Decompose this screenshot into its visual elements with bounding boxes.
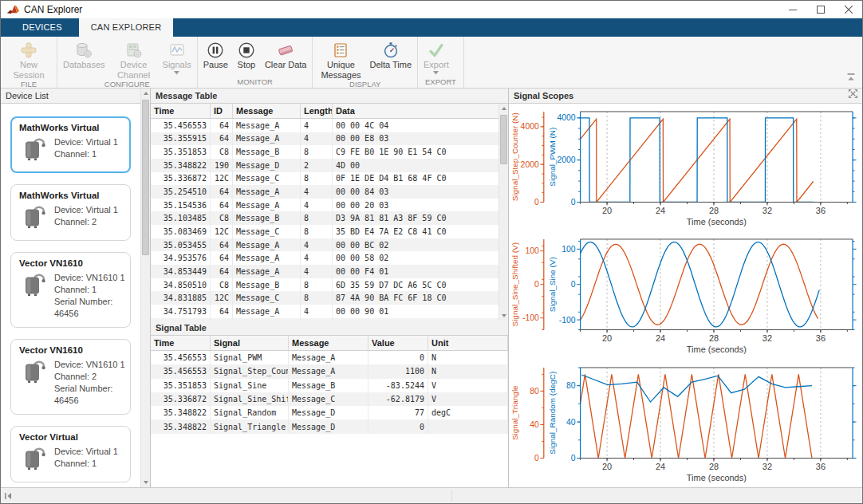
table-cell: Message_A <box>233 238 301 252</box>
toolbar-button-label: Delta Time <box>369 60 412 70</box>
svg-text:28: 28 <box>709 206 719 215</box>
inner-y-axis-label: Signal_Random (degC) <box>548 371 557 454</box>
toolbar-button-export[interactable]: Export <box>420 38 452 77</box>
table-row: 35.456553Signal_PWMMessage_A0N <box>151 351 508 364</box>
toolbar-button-label: Signals <box>163 60 191 70</box>
scrollbar-thumb[interactable] <box>500 115 507 164</box>
tab-can-explorer[interactable]: CAN EXPLORER <box>79 18 174 37</box>
toolbar-button-stop[interactable]: Stop <box>231 38 262 77</box>
device-card-mathworks-virtual-channel-1[interactable]: MathWorks VirtualDevice: Virtual 1Channe… <box>10 116 131 173</box>
table-cell: 87 4A 90 BA FC 6F 18 C0 <box>333 291 508 305</box>
table-cell: Message_A <box>233 251 301 265</box>
scroll-down-icon[interactable] <box>141 478 150 487</box>
table-row: 35.35591564Message_A400 00 E8 03 <box>151 132 508 146</box>
table-cell: Message_A <box>233 119 301 132</box>
scrollbar-thumb[interactable] <box>142 100 149 255</box>
device-details: Device: Virtual 1Channel: 1 <box>54 136 118 165</box>
table-cell: 00 00 BC 02 <box>333 238 508 252</box>
scope-plot-3: 2024283236Time (seconds)04080Signal_Rand… <box>509 360 862 487</box>
table-cell: 00 00 E8 03 <box>333 132 508 146</box>
series-signal-pwm <box>581 118 814 203</box>
device-list-scrollbar[interactable] <box>140 89 150 487</box>
toolbar-button-clear-data[interactable]: Clear Data <box>262 38 310 77</box>
toolbar-button-label: New Session <box>6 60 51 80</box>
device-icon <box>22 271 46 320</box>
table-cell: -62.8179 <box>368 392 428 406</box>
scroll-up-icon[interactable] <box>499 104 508 113</box>
device-card-vector-vn1610-channel-2[interactable]: Vector VN1610Device: VN1610 1Channel: 2S… <box>10 339 131 415</box>
toolbar-button-delta-time[interactable]: Delta Time <box>366 38 415 80</box>
signal-table-column-headers: TimeSignalMessageValueUnit <box>151 336 508 351</box>
toolbar-button-label: Pause <box>203 60 228 70</box>
column-header-time[interactable]: Time <box>151 104 211 118</box>
scope-plot-container: 2024283236Time (seconds)-1000100Signal_S… <box>509 231 862 359</box>
minimize-button[interactable] <box>778 1 806 18</box>
matlab-logo-icon <box>7 4 19 15</box>
table-row: 34.850510C8Message_B86D 35 59 D7 DC A6 5… <box>151 278 508 292</box>
svg-text:80: 80 <box>530 387 539 396</box>
scope-plot-1: 2024283236Time (seconds)020004000Signal_… <box>509 104 862 231</box>
table-cell: Message_D <box>233 159 301 172</box>
toolstrip-section-label: DISPLAY <box>315 80 415 90</box>
table-cell: 35.351853 <box>151 379 211 392</box>
column-header-message[interactable]: Message <box>233 104 301 118</box>
statusbar <box>1 487 862 503</box>
message-table-scrollbar[interactable] <box>498 104 508 321</box>
toolbar-button-pause[interactable]: Pause <box>200 38 231 77</box>
toolbar-button-label: Unique Messages <box>318 60 363 80</box>
table-cell: Message_D <box>289 419 368 433</box>
scroll-down-icon[interactable] <box>499 311 508 321</box>
table-cell: 35.254510 <box>151 185 211 199</box>
column-header-value[interactable]: Value <box>368 336 428 350</box>
scroll-up-icon[interactable] <box>141 89 150 98</box>
column-header-length[interactable]: Length <box>301 104 333 118</box>
close-button[interactable] <box>834 1 862 18</box>
column-header-signal[interactable]: Signal <box>211 336 289 350</box>
series-signal-triangle <box>581 374 812 458</box>
table-row: 35.08346912CMessage_C835 BD E4 7A E2 C8 … <box>151 225 508 238</box>
table-cell: D3 9A 81 81 A3 8F 59 C0 <box>333 211 508 225</box>
x-axis-label: Time (seconds) <box>687 473 747 482</box>
table-cell: Message_A <box>233 265 301 278</box>
device-card-vector-vn1610-channel-1[interactable]: Vector VN1610Device: VN1610 1Channel: 1S… <box>10 252 131 328</box>
toolstrip-group-configure: DatabasesDevice ChannelSignalsCONFIGURE <box>57 37 198 88</box>
column-header-data[interactable]: Data <box>333 104 508 118</box>
svg-text:2000: 2000 <box>557 156 575 164</box>
collapse-toolstrip-button[interactable] <box>846 70 856 85</box>
table-row: 35.45655364Message_A400 00 4C 04 <box>151 119 508 132</box>
device-card-vector-virtual-channel-1[interactable]: Vector VirtualDevice: Virtual 1Channel: … <box>10 426 131 482</box>
table-cell: 0 <box>368 419 428 433</box>
svg-text:36: 36 <box>816 206 826 215</box>
table-cell: 34.953576 <box>151 251 211 265</box>
toolbar-button-signals[interactable]: Signals <box>160 38 195 80</box>
table-cell: 00 00 58 02 <box>333 251 508 265</box>
maximize-button[interactable] <box>806 1 834 18</box>
toolbar-button-unique-messages[interactable]: Unique Messages <box>315 38 366 80</box>
svg-text:100: 100 <box>525 246 539 255</box>
tab-devices[interactable]: DEVICES <box>10 18 74 37</box>
device-name: MathWorks Virtual <box>19 191 125 200</box>
databases-icon <box>75 41 93 60</box>
table-cell: Message_A <box>233 199 301 212</box>
table-row: 35.351853Signal_SineMessage_B-83.5244V <box>151 379 508 392</box>
svg-text:40: 40 <box>530 420 539 429</box>
column-header-time[interactable]: Time <box>151 336 211 350</box>
table-cell: 35.456553 <box>151 351 211 364</box>
table-cell: Message_A <box>289 351 368 364</box>
toolbar-button-new-session[interactable]: New Session <box>3 38 54 80</box>
table-cell: 34.651806 <box>151 318 211 321</box>
column-header-id[interactable]: ID <box>211 104 233 118</box>
table-cell: 64 <box>211 251 233 265</box>
device-card-mathworks-virtual-channel-2[interactable]: MathWorks VirtualDevice: Virtual 1Channe… <box>10 184 131 241</box>
device-details: Device: VN1610 1Channel: 2Serial Number:… <box>54 358 125 407</box>
toolbar-button-databases[interactable]: Databases <box>60 38 108 80</box>
signal-scopes-title: Signal Scopes <box>514 89 573 103</box>
expand-panel-button[interactable] <box>848 89 858 103</box>
table-cell: 8 <box>301 145 333 159</box>
collapse-panel-button[interactable] <box>4 489 12 503</box>
table-cell: 8 <box>301 225 333 238</box>
maximize-icon <box>817 6 825 14</box>
column-header-unit[interactable]: Unit <box>428 336 508 350</box>
toolbar-button-device-channel[interactable]: Device Channel <box>108 38 160 80</box>
column-header-message[interactable]: Message <box>289 336 368 350</box>
